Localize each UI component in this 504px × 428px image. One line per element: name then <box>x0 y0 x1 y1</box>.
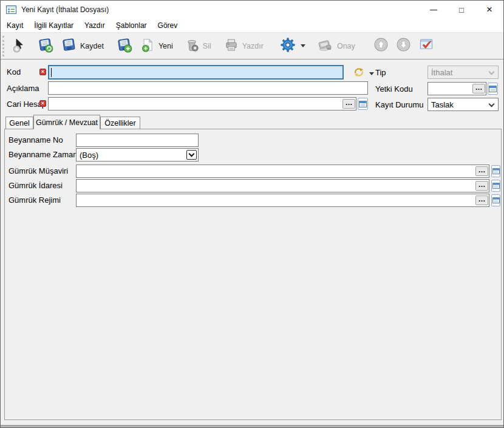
cari-hesap-required-icon: × <box>39 100 46 107</box>
beyanname-no-label: Beyanname No <box>9 135 63 144</box>
kod-field-wrap <box>48 65 344 80</box>
beyanname-zamani-label: Beyanname Zamanı <box>9 150 80 159</box>
gumruk-rejimi-field-wrap: … <box>76 194 489 207</box>
save-refresh-button[interactable] <box>38 37 53 55</box>
yetki-kodu-detail-button[interactable] <box>488 83 498 95</box>
save-button[interactable]: Kaydet <box>61 37 104 55</box>
yetki-kodu-field-wrap: … <box>427 82 486 95</box>
kayit-durumu-label: Kayıt Durumu <box>375 100 423 109</box>
mini-window-icon <box>492 197 500 203</box>
menu-gorev[interactable]: Görev <box>152 19 183 32</box>
mini-window-icon <box>492 183 500 189</box>
menu-sablonlar[interactable]: Şablonlar <box>111 19 152 32</box>
tab-ozellikler[interactable]: Özellikler <box>100 117 140 129</box>
tip-select[interactable]: İthalat <box>427 66 499 79</box>
yetki-kodu-input[interactable] <box>428 83 472 95</box>
down-arrow-icon <box>395 36 412 55</box>
gumruk-idaresi-field-wrap: … <box>76 179 489 192</box>
approve-button[interactable]: Onay <box>317 37 355 55</box>
gumruk-musaviri-field-wrap: … <box>76 165 489 178</box>
gumruk-rejimi-label: Gümrük Rejimi <box>9 195 61 205</box>
tab-gumruk-mevzuat[interactable]: Gümrük / Mevzuat <box>33 115 100 129</box>
application-window: Yeni Kayıt (İthalat Dosyası) — □ × Kayıt… <box>0 0 504 428</box>
gumruk-idaresi-detail-button[interactable] <box>491 180 500 192</box>
gumruk-musaviri-input[interactable] <box>77 165 475 177</box>
gumruk-rejimi-browse-button[interactable]: … <box>475 195 488 205</box>
menubar: Kayıt İlgili Kayıtlar Yazdır Şablonlar G… <box>1 19 503 32</box>
code-options-button[interactable] <box>353 66 374 81</box>
app-icon <box>6 5 16 14</box>
kayit-durumu-value: Taslak <box>431 100 454 109</box>
new-record-button[interactable]: Yeni <box>140 37 173 55</box>
gumruk-musaviri-detail-button[interactable] <box>491 165 500 177</box>
kod-input[interactable] <box>52 66 342 78</box>
code-options-icon <box>353 66 365 81</box>
beyanname-zamani-select[interactable]: (Boş) <box>76 148 199 161</box>
move-up-button[interactable] <box>373 36 389 55</box>
new-record-button-label: Yeni <box>158 42 173 50</box>
beyanname-no-input[interactable] <box>77 134 198 146</box>
delete-button-label: Sil <box>203 42 211 50</box>
beyanname-no-field-wrap <box>76 134 199 147</box>
gumruk-idaresi-browse-button[interactable]: … <box>475 181 488 191</box>
maximize-button[interactable]: □ <box>448 1 475 19</box>
menu-yazdir[interactable]: Yazdır <box>79 19 111 32</box>
save-icon <box>61 37 77 55</box>
mini-window-icon <box>492 168 500 174</box>
minimize-button[interactable]: — <box>420 1 448 19</box>
cari-hesap-input[interactable] <box>49 98 342 110</box>
save-new-button[interactable] <box>117 37 132 55</box>
gumruk-musaviri-label: Gümrük Müşaviri <box>9 166 68 175</box>
tab-genel[interactable]: Genel <box>5 117 33 129</box>
mini-window-icon <box>359 101 367 107</box>
mini-window-icon <box>489 86 497 92</box>
apply-button[interactable] <box>418 36 435 55</box>
aciklama-input[interactable] <box>49 82 367 94</box>
save-button-label: Kaydet <box>80 42 104 50</box>
approve-button-label: Onay <box>337 42 355 50</box>
yetki-kodu-browse-button[interactable]: … <box>472 84 485 93</box>
tip-label: Tip <box>375 68 386 77</box>
beyanname-zamani-value: (Boş) <box>80 151 98 160</box>
gumruk-rejimi-detail-button[interactable] <box>491 194 500 206</box>
gear-icon <box>279 36 296 56</box>
beyanname-zamani-chevron-icon <box>189 151 195 157</box>
yetki-kodu-label: Yetki Kodu <box>375 84 413 93</box>
save-new-icon <box>117 37 132 55</box>
gumruk-idaresi-label: Gümrük İdaresi <box>9 181 63 190</box>
kayit-durumu-chevron-icon <box>489 101 495 107</box>
gumruk-rejimi-input[interactable] <box>77 194 475 206</box>
settings-button[interactable] <box>279 36 305 56</box>
tab-panel-gumruk-mevzuat: Beyanname No Beyanname Zamanı (Boş) Gümr… <box>4 129 502 420</box>
beyanname-zamani-dropdown-button[interactable] <box>186 150 197 160</box>
menu-ilgili-kayitlar[interactable]: İlgili Kayıtlar <box>29 19 79 32</box>
window-check-icon <box>418 36 435 55</box>
tip-value: İthalat <box>431 68 452 77</box>
menu-kayit[interactable]: Kayıt <box>1 19 29 32</box>
move-down-button[interactable] <box>395 36 412 55</box>
cari-hesap-browse-button[interactable]: … <box>342 99 355 109</box>
kayit-durumu-select[interactable]: Taslak <box>427 98 499 111</box>
cari-hesap-detail-button[interactable] <box>358 98 368 110</box>
approve-stamp-icon <box>317 37 334 55</box>
kod-label: Kod <box>7 67 21 76</box>
toolbar: Kaydet <box>1 32 503 59</box>
aciklama-field-wrap <box>48 81 368 95</box>
gumruk-musaviri-browse-button[interactable]: … <box>475 166 488 176</box>
toolbar-grip-handle[interactable] <box>2 36 4 56</box>
pointer-add-button[interactable] <box>11 37 27 55</box>
print-button-label: Yazdır <box>242 42 264 50</box>
print-button[interactable]: Yazdır <box>223 37 264 55</box>
settings-dropdown-arrow-icon <box>301 44 305 47</box>
tip-chevron-icon <box>489 69 495 75</box>
gumruk-idaresi-input[interactable] <box>77 180 475 192</box>
window-title: Yeni Kayıt (İthalat Dosyası) <box>21 5 109 14</box>
new-record-icon <box>140 37 155 55</box>
kod-required-icon: × <box>39 69 46 75</box>
up-arrow-icon <box>373 36 389 55</box>
close-button[interactable]: × <box>475 1 503 19</box>
aciklama-label: Açıklama <box>7 84 39 93</box>
delete-button[interactable]: Sil <box>184 37 211 55</box>
code-options-arrow-icon <box>369 72 374 75</box>
window-bottom-edge <box>1 425 503 427</box>
